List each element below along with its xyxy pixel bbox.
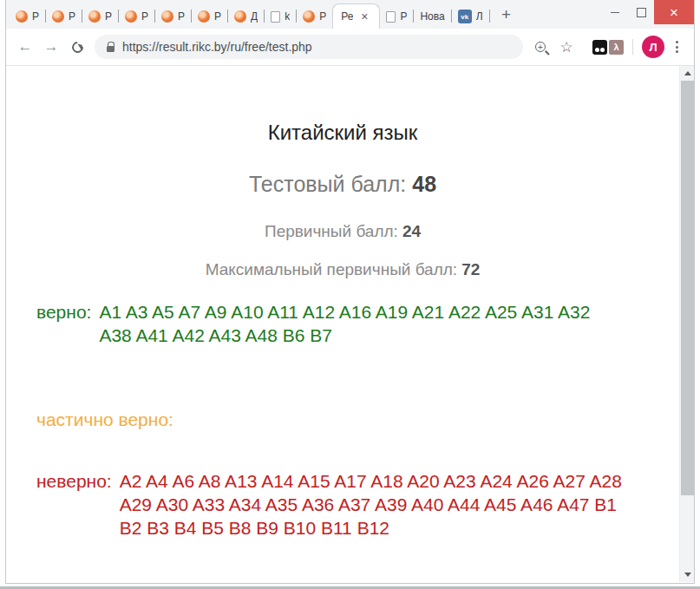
lock-icon [107, 46, 114, 52]
back-button[interactable] [13, 35, 37, 59]
rikc-favicon-icon [88, 10, 101, 23]
scroll-down-icon[interactable] [680, 567, 694, 582]
adobe-acrobat-extension-icon[interactable] [609, 40, 624, 55]
forward-button[interactable] [39, 35, 63, 59]
partially-correct-label: частично верно: [36, 408, 173, 431]
zoom-icon [535, 42, 546, 52]
tab-13[interactable]: Л [452, 4, 489, 29]
window-controls [602, 0, 694, 24]
tab-3[interactable]: Р [82, 4, 118, 29]
tab-2[interactable]: Р [46, 4, 82, 29]
primary-score-line: Первичный балл:24 [6, 222, 679, 242]
test-score-label: Тестовый балл: [249, 172, 406, 196]
partially-correct-row: частично верно: [36, 408, 694, 431]
tab-7[interactable]: Д [228, 4, 264, 29]
zoom-button[interactable] [528, 35, 553, 59]
page-content: Китайский язык Тестовый балл:48 Первичны… [6, 66, 694, 582]
rikc-favicon-icon [303, 10, 315, 23]
page-title: Китайский язык [6, 120, 679, 146]
correct-label: верно: [36, 300, 91, 324]
profile-avatar[interactable]: Л [642, 36, 664, 58]
tab-title: Нова [420, 10, 444, 23]
tab-5[interactable]: Р [155, 4, 191, 29]
bookmark-star-button[interactable] [554, 35, 579, 59]
rikc-favicon-icon [16, 10, 28, 23]
tab-separator [489, 10, 490, 23]
rikc-favicon-icon [198, 10, 210, 23]
tab-strip: Р Р Р Р Р Р Д [6, 0, 694, 29]
extension-icon[interactable] [592, 40, 607, 55]
incorrect-label: неверно: [36, 469, 112, 493]
tab-title: Р [105, 10, 112, 23]
close-tab-icon[interactable] [357, 10, 371, 23]
browser-menu-button[interactable] [666, 35, 687, 59]
correct-answers-list: A1 A3 A5 A7 A9 A10 A11 A12 A16 A19 A21 A… [99, 300, 625, 347]
rikc-favicon-icon [52, 10, 64, 23]
tab-12[interactable]: Нова [414, 4, 450, 29]
max-primary-score-label: Максимальный первичный балл: [206, 260, 457, 278]
max-primary-score-line: Максимальный первичный балл:72 [6, 260, 679, 280]
tab-title: Р [32, 10, 39, 23]
tab-8[interactable]: k [265, 4, 296, 29]
document-favicon-icon [271, 11, 280, 23]
browser-toolbar: https://result.rikc.by/ru/free/test.php … [6, 29, 694, 66]
tab-title: Р [69, 10, 75, 23]
tab-9[interactable]: Р [297, 4, 332, 29]
max-primary-score-value: 72 [461, 260, 480, 278]
tab-4[interactable]: Р [119, 4, 154, 29]
reload-icon [69, 39, 85, 55]
correct-answers-row: верно: A1 A3 A5 A7 A9 A10 A11 A12 A16 A1… [36, 300, 694, 347]
tab-title: Д [251, 10, 258, 23]
tab-title: Р [319, 10, 326, 23]
toolbar-divider [632, 39, 633, 55]
rikc-favicon-icon [125, 10, 137, 23]
close-window-button[interactable] [654, 0, 694, 24]
scroll-up-icon[interactable] [680, 66, 694, 81]
browser-window: Р Р Р Р Р Р Д [5, 0, 695, 584]
url-text[interactable]: https://result.rikc.by/ru/free/test.php [122, 40, 312, 54]
tab-title: Р [214, 10, 221, 23]
maximize-button[interactable] [628, 0, 654, 24]
tab-title: Л [476, 10, 483, 23]
test-score-line: Тестовый балл:48 [6, 171, 679, 198]
tab-title: Р [178, 10, 185, 23]
vk-favicon-icon [458, 10, 472, 23]
incorrect-answers-row: неверно: A2 A4 A6 A8 A13 A14 A15 A17 A18… [36, 469, 694, 540]
tab-title: Р [141, 10, 148, 23]
incorrect-answers-list: A2 A4 A6 A8 A13 A14 A15 A17 A18 A20 A23 … [120, 469, 629, 540]
reload-button[interactable] [65, 35, 89, 59]
tab-title: k [285, 10, 290, 23]
rikc-favicon-icon [234, 10, 246, 23]
scrollbar-thumb[interactable] [681, 81, 694, 495]
tab-6[interactable]: Р [192, 4, 227, 29]
tab-1[interactable]: Р [10, 4, 45, 29]
primary-score-value: 24 [402, 222, 421, 240]
document-favicon-icon [386, 11, 396, 23]
address-bar[interactable]: https://result.rikc.by/ru/free/test.php [95, 35, 523, 59]
tab-title: Ре [341, 10, 353, 23]
tab-title: Р [400, 10, 407, 23]
minimize-button[interactable] [602, 0, 628, 24]
rikc-favicon-icon [161, 10, 173, 23]
tab-active-results[interactable]: Ре [332, 3, 380, 29]
vertical-scrollbar[interactable] [679, 66, 694, 582]
desktop-screenshot: Р Р Р Р Р Р Д [0, 0, 700, 589]
primary-score-label: Первичный балл: [265, 222, 398, 240]
test-score-value: 48 [412, 172, 436, 196]
tab-11[interactable]: Р [380, 4, 413, 29]
new-tab-button[interactable] [495, 3, 518, 26]
